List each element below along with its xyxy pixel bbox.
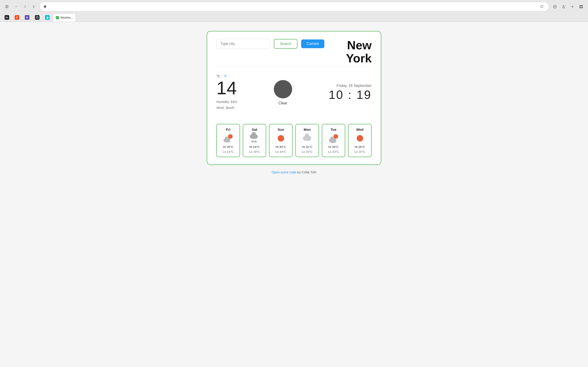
- divider-bottom: [216, 118, 372, 118]
- forecast-mon: Mon Hi 31°C Lo 23°C: [295, 124, 319, 157]
- search-row: Search Current: [216, 39, 324, 49]
- weather-info-section: °C | °F 14 Humidity: 64% Wind: 3km/h Cle…: [216, 73, 372, 112]
- page-content: Search Current New York °C | °F 14: [0, 22, 588, 367]
- share-button[interactable]: [561, 3, 567, 10]
- sidebar-toggle-button[interactable]: [4, 3, 10, 10]
- open-source-link[interactable]: Open-surce code: [272, 170, 296, 174]
- city-name: New York: [346, 39, 372, 65]
- svg-rect-6: [579, 7, 581, 8]
- favorites-strip: SK F B ◆: [2, 13, 52, 22]
- forecast-icon-mon: [303, 134, 312, 143]
- temperature-section: °C | °F 14 Humidity: 64% Wind: 3km/h: [216, 74, 237, 110]
- forecast-sat: Sat Hi 24°C Lo 19°C: [243, 124, 267, 157]
- url-input[interactable]: fantastic-tanuki-3d08c9.netlify.app: [48, 5, 537, 8]
- divider-top: [216, 67, 372, 67]
- search-button[interactable]: Search: [274, 39, 297, 49]
- favicon-diamond[interactable]: ◆: [42, 13, 52, 22]
- browser-chrome: fantastic-tanuki-3d08c9.netlify.app: [0, 0, 588, 22]
- svg-rect-0: [5, 5, 9, 6]
- current-location-button[interactable]: Current: [301, 40, 324, 48]
- back-button[interactable]: [22, 3, 28, 10]
- city-input[interactable]: [216, 39, 270, 49]
- forecast-icon-tue: [329, 134, 338, 143]
- favicon-figma[interactable]: F: [12, 13, 22, 22]
- forecast-icon-sun: [276, 134, 285, 143]
- forward-button[interactable]: [30, 3, 37, 10]
- download-button[interactable]: [552, 3, 558, 10]
- new-tab-button[interactable]: [569, 3, 576, 10]
- svg-rect-5: [581, 5, 583, 6]
- forecast-row: Fri Hi 26°C Lo 14°C Sat: [216, 124, 372, 157]
- forecast-tue: Tue Hi 28°C Lo 23°C: [322, 124, 346, 157]
- grid-button[interactable]: [578, 3, 584, 10]
- toolbar-actions: [552, 3, 584, 10]
- temperature-value: 14: [216, 79, 237, 97]
- datetime-section: Friday, 16 September 10 : 19: [329, 84, 372, 102]
- weather-condition-label: Clear: [278, 101, 287, 105]
- address-bar: fantastic-tanuki-3d08c9.netlify.app: [40, 2, 549, 11]
- date-display: Friday, 16 September: [329, 84, 372, 88]
- svg-rect-2: [5, 8, 9, 8]
- forecast-sun: Sun Hi 30°C Lo 19°C: [269, 124, 293, 157]
- forecast-icon-sat: [250, 134, 259, 143]
- unit-toggle: °C | °F: [216, 74, 237, 78]
- tab-bar: SK F B ◆ F Weather...: [0, 13, 588, 22]
- reload-button[interactable]: [539, 3, 545, 10]
- weather-details: Humidity: 64% Wind: 3km/h: [216, 99, 237, 110]
- browser-toolbar: fantastic-tanuki-3d08c9.netlify.app: [0, 0, 588, 13]
- svg-rect-1: [5, 6, 9, 7]
- time-display: 10 : 19: [329, 88, 372, 102]
- svg-rect-4: [579, 5, 581, 6]
- favicon-github[interactable]: [32, 13, 42, 22]
- forecast-fri: Fri Hi 26°C Lo 14°C: [216, 124, 240, 157]
- forecast-icon-fri: [224, 134, 233, 143]
- active-tab[interactable]: F Weather...: [53, 13, 76, 22]
- favicon-bootstrap[interactable]: B: [22, 13, 32, 22]
- shield-icon: [43, 5, 47, 8]
- weather-card: Search Current New York °C | °F 14: [207, 31, 381, 165]
- nav-controls: [22, 3, 37, 10]
- forecast-icon-wed: [355, 134, 364, 143]
- svg-rect-7: [581, 7, 583, 8]
- footer: Open-surce code by Csilla Toth: [272, 170, 316, 174]
- chevron-down-icon[interactable]: [13, 3, 19, 10]
- forecast-wed: Wed Hi 26°C Lo 20°C: [348, 124, 372, 157]
- weather-icon-section: Clear: [274, 80, 292, 105]
- weather-condition-icon: [274, 80, 292, 98]
- favicon-sk[interactable]: SK: [2, 13, 12, 22]
